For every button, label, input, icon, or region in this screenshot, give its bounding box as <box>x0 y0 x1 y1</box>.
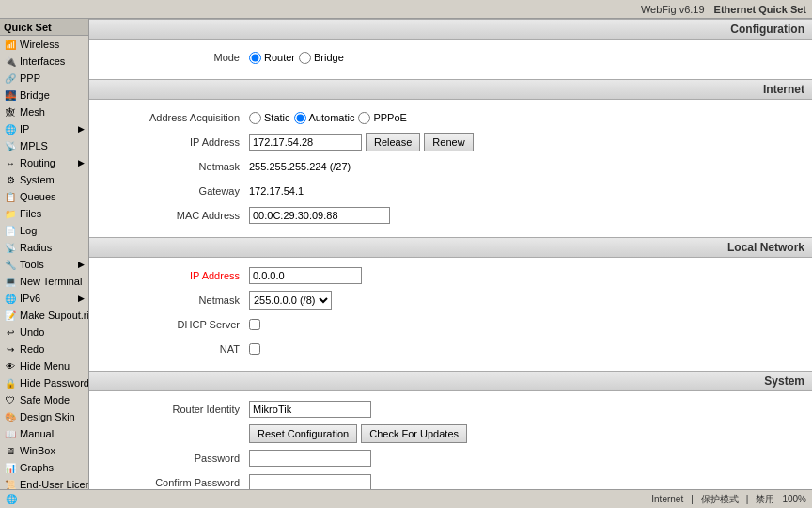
interfaces-icon: 🔌 <box>4 55 17 68</box>
addr-static-radio[interactable]: Static <box>249 112 290 124</box>
sidebar: Quick Set 📶 Wireless 🔌 Interfaces 🔗 PPP … <box>0 19 89 489</box>
sidebar-item-label: PPP <box>20 72 40 84</box>
mac-address-input[interactable] <box>249 207 390 224</box>
system-icon: ⚙ <box>4 173 17 186</box>
router-identity-row: Router Identity <box>108 399 793 420</box>
addr-pppoe-radio[interactable]: PPPoE <box>358 112 406 124</box>
sidebar-item-label: Graphs <box>20 462 54 473</box>
renew-button[interactable]: Renew <box>424 133 473 151</box>
sidebar-item-ip[interactable]: 🌐 IP ▶ <box>0 120 88 137</box>
end-user-license-icon: 📜 <box>4 478 17 489</box>
mode-bridge-input[interactable] <box>299 52 311 64</box>
sidebar-item-tools[interactable]: 🔧 Tools ▶ <box>0 256 88 273</box>
content-area: Configuration Mode Router Bridge I <box>89 19 812 489</box>
sidebar-item-new-terminal[interactable]: 💻 New Terminal <box>0 273 88 290</box>
sidebar-item-label: Routing <box>20 157 55 168</box>
addr-static-input[interactable] <box>249 112 261 124</box>
addr-automatic-input[interactable] <box>294 112 306 124</box>
sidebar-item-label: Interfaces <box>20 56 65 67</box>
ipv6-arrow: ▶ <box>78 294 85 303</box>
release-button[interactable]: Release <box>366 133 420 151</box>
sidebar-item-label: WinBox <box>20 445 55 456</box>
ip-address-input[interactable] <box>249 134 362 151</box>
local-ip-address-value <box>249 267 362 284</box>
radius-icon: 📡 <box>4 241 17 254</box>
routing-icon: ↔ <box>4 156 17 169</box>
sidebar-item-log[interactable]: 📄 Log <box>0 222 88 239</box>
confirm-password-input[interactable] <box>249 474 371 489</box>
sidebar-item-bridge[interactable]: 🌉 Bridge <box>0 87 88 103</box>
sidebar-item-mesh[interactable]: 🕸 Mesh <box>0 103 88 120</box>
gateway-text: 172.17.54.1 <box>249 185 304 197</box>
sidebar-item-safe-mode[interactable]: 🛡 Safe Mode <box>0 391 88 408</box>
router-identity-input[interactable] <box>249 401 371 418</box>
sidebar-item-graphs[interactable]: 📊 Graphs <box>0 459 88 476</box>
sidebar-item-make-supout[interactable]: 📝 Make Supout.rif <box>0 307 88 324</box>
sidebar-item-undo[interactable]: ↩ Undo <box>0 324 88 341</box>
status-separator2: | <box>746 494 749 504</box>
local-netmask-label: Netmask <box>108 294 240 306</box>
addr-automatic-radio[interactable]: Automatic <box>294 112 355 124</box>
gateway-value: 172.17.54.1 <box>249 185 304 197</box>
password-input[interactable] <box>249 450 371 467</box>
mode-router-label: Router <box>264 52 295 63</box>
sidebar-item-label: Hide Passwords <box>20 377 89 389</box>
address-acquisition-row: Address Acquisition Static Automatic PPP… <box>108 107 793 128</box>
sidebar-item-ipv6[interactable]: 🌐 IPv6 ▶ <box>0 290 88 307</box>
nat-checkbox[interactable] <box>249 343 260 355</box>
reset-check-value: Reset Configuration Check For Updates <box>249 424 467 443</box>
sidebar-item-design-skin[interactable]: 🎨 Design Skin <box>0 408 88 425</box>
addr-static-label: Static <box>264 112 290 123</box>
tools-arrow: ▶ <box>78 260 85 269</box>
system-form: Router Identity Reset Configuration Chec… <box>89 391 812 489</box>
sidebar-item-routing[interactable]: ↔ Routing ▶ <box>0 154 88 171</box>
mode-label: Mode <box>108 52 240 63</box>
sidebar-item-label: MPLS <box>20 140 48 151</box>
addr-pppoe-input[interactable] <box>358 112 370 124</box>
sidebar-item-files[interactable]: 📁 Files <box>0 205 88 222</box>
window-title: Ethernet Quick Set <box>714 4 806 15</box>
main-layout: Quick Set 📶 Wireless 🔌 Interfaces 🔗 PPP … <box>0 19 812 489</box>
sidebar-item-interfaces[interactable]: 🔌 Interfaces <box>0 53 88 70</box>
sidebar-item-manual[interactable]: 📖 Manual <box>0 425 88 442</box>
sidebar-item-redo[interactable]: ↪ Redo <box>0 341 88 357</box>
configuration-form: Mode Router Bridge <box>89 40 812 79</box>
netmask-label: Netmask <box>108 161 240 172</box>
app-title: WebFig v6.19 <box>641 4 705 15</box>
sidebar-item-mpls[interactable]: 📡 MPLS <box>0 137 88 154</box>
sidebar-item-queues[interactable]: 📋 Queues <box>0 188 88 205</box>
mode-router-radio[interactable]: Router <box>249 52 295 64</box>
sidebar-item-wireless[interactable]: 📶 Wireless <box>0 36 88 53</box>
system-section-header: System <box>89 371 812 391</box>
sidebar-item-label: Tools <box>20 259 44 270</box>
address-acquisition-value: Static Automatic PPPoE <box>249 112 407 124</box>
sidebar-item-winbox[interactable]: 🖥 WinBox <box>0 442 88 459</box>
sidebar-item-radius[interactable]: 📡 Radius <box>0 239 88 256</box>
check-for-updates-button[interactable]: Check For Updates <box>361 424 467 443</box>
local-ip-address-row: IP Address <box>108 265 793 286</box>
sidebar-header: Quick Set <box>0 19 88 36</box>
mode-router-input[interactable] <box>249 52 261 64</box>
sidebar-item-label: Undo <box>20 326 44 338</box>
nat-row: NAT <box>108 339 793 359</box>
status-bar-left: 🌐 <box>6 494 17 504</box>
sidebar-item-end-user-license[interactable]: 📜 End-User License <box>0 476 88 489</box>
local-netmask-row: Netmask 255.0.0.0 (/8) <box>108 290 793 310</box>
sidebar-item-label: System <box>20 174 55 185</box>
local-ip-address-input[interactable] <box>249 267 362 284</box>
gateway-row: Gateway 172.17.54.1 <box>108 181 793 201</box>
sidebar-item-label: Design Skin <box>20 411 75 422</box>
local-netmask-value: 255.0.0.0 (/8) <box>249 291 332 310</box>
sidebar-item-label: Hide Menu <box>20 360 70 372</box>
reset-configuration-button[interactable]: Reset Configuration <box>249 424 357 443</box>
sidebar-item-system[interactable]: ⚙ System <box>0 171 88 188</box>
sidebar-item-hide-menu[interactable]: 👁 Hide Menu <box>0 357 88 374</box>
sidebar-item-label: IP <box>20 123 29 135</box>
sidebar-item-ppp[interactable]: 🔗 PPP <box>0 70 88 87</box>
nat-label: NAT <box>108 343 240 355</box>
dhcp-server-checkbox[interactable] <box>249 319 260 330</box>
mode-bridge-radio[interactable]: Bridge <box>299 52 344 64</box>
address-acquisition-label: Address Acquisition <box>108 112 240 123</box>
sidebar-item-hide-passwords[interactable]: 🔒 Hide Passwords <box>0 374 88 391</box>
local-netmask-select[interactable]: 255.0.0.0 (/8) <box>249 291 332 310</box>
